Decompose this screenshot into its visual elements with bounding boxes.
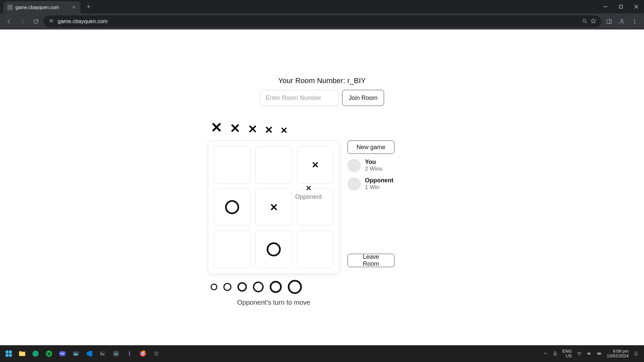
svg-point-34: [153, 351, 159, 357]
player-opponent: Opponent 1 Win: [347, 177, 394, 191]
vscode-icon[interactable]: [83, 348, 95, 360]
photos-icon[interactable]: [70, 348, 82, 360]
tab-favicon: [7, 5, 13, 10]
x-token-icon: ✕: [211, 119, 222, 136]
avatar: [347, 159, 361, 172]
board-cell-8[interactable]: [297, 231, 334, 268]
svg-rect-7: [607, 19, 611, 23]
board-cell-2[interactable]: ✕: [297, 146, 334, 184]
svg-rect-36: [554, 352, 556, 354]
room-number-label: Your Room Number: r_BIY: [208, 76, 436, 85]
player-name: You: [365, 159, 382, 166]
svg-point-33: [142, 353, 144, 355]
svg-rect-15: [6, 354, 8, 357]
svg-marker-38: [588, 352, 590, 355]
terminal-icon[interactable]: [97, 348, 109, 360]
svg-point-37: [579, 355, 580, 356]
svg-point-11: [634, 21, 635, 22]
new-game-button[interactable]: New game: [347, 140, 394, 154]
svg-text:Go: Go: [114, 353, 118, 356]
chrome-icon[interactable]: [137, 348, 149, 360]
svg-rect-16: [9, 354, 12, 357]
o-token-icon: [211, 284, 217, 290]
player-name: Opponent: [365, 177, 393, 184]
discord-icon[interactable]: [56, 348, 68, 360]
new-tab-button[interactable]: +: [84, 2, 93, 11]
x-token-icon: ✕: [280, 125, 288, 136]
forward-button[interactable]: [17, 16, 28, 27]
svg-rect-1: [620, 5, 623, 8]
windows-taskbar: Go ENG US 9:09 pm 13/02/2024: [0, 345, 644, 362]
wifi-icon[interactable]: [577, 351, 582, 356]
file-explorer-icon[interactable]: [16, 348, 28, 360]
x-token-icon: ✕: [248, 122, 257, 136]
volume-icon[interactable]: [587, 351, 592, 356]
microphone-icon[interactable]: [552, 351, 558, 356]
svg-point-23: [63, 353, 64, 354]
x-tokens-row: ✕ ✕ ✕ ✕ ✕: [208, 119, 436, 136]
browser-toolbar: game.cbayquen.com: [0, 13, 644, 29]
window-maximize-button[interactable]: [613, 0, 629, 13]
reload-button[interactable]: [30, 16, 42, 27]
app-icon[interactable]: Go: [110, 348, 122, 360]
join-room-button[interactable]: Join Room: [342, 90, 384, 106]
spotify-icon[interactable]: [43, 348, 55, 360]
svg-rect-14: [9, 351, 12, 353]
svg-rect-13: [6, 351, 8, 353]
board-cell-3[interactable]: [214, 188, 251, 226]
notifications-icon[interactable]: [633, 351, 639, 356]
kebab-menu-icon[interactable]: [629, 16, 641, 27]
battery-icon[interactable]: [597, 351, 602, 356]
player-wins: 1 Win: [365, 184, 393, 191]
leave-room-button[interactable]: Leave Room: [347, 254, 394, 267]
board-cell-6[interactable]: [214, 231, 251, 268]
profile-avatar-icon[interactable]: [616, 16, 628, 27]
svg-rect-21: [59, 351, 65, 356]
board-cell-4[interactable]: ✕: [255, 188, 292, 226]
obs-icon[interactable]: [150, 348, 162, 360]
window-close-button[interactable]: [629, 0, 644, 13]
player-wins: 2 Wins: [365, 166, 382, 172]
room-number-input[interactable]: [260, 90, 339, 106]
clock-date: 13/02/2024: [607, 354, 629, 358]
page-content: Your Room Number: r_BIY Join Room ✕ ✕ ✕ …: [0, 29, 644, 345]
side-panel-icon[interactable]: [603, 16, 615, 27]
zoom-icon[interactable]: [582, 18, 588, 25]
window-minimize-button[interactable]: [598, 0, 613, 13]
svg-marker-6: [591, 18, 596, 23]
x-token-icon: ✕: [230, 121, 240, 136]
language-indicator[interactable]: ENG US: [562, 349, 572, 359]
x-token-icon: ✕: [265, 124, 273, 136]
o-mark-icon: [225, 200, 239, 214]
svg-point-12: [634, 23, 635, 24]
clock[interactable]: 9:09 pm 13/02/2024: [607, 349, 629, 359]
back-button[interactable]: [3, 16, 15, 27]
bookmark-star-icon[interactable]: [590, 18, 596, 25]
svg-rect-27: [100, 351, 106, 356]
board-cell-5[interactable]: [297, 188, 334, 226]
svg-point-9: [621, 19, 623, 21]
x-mark-icon: ✕: [312, 160, 319, 170]
clock-time: 9:09 pm: [613, 349, 629, 354]
close-tab-icon[interactable]: ×: [71, 5, 76, 10]
svg-point-10: [634, 19, 635, 20]
avatar: [347, 177, 361, 191]
board-cell-0[interactable]: [214, 146, 251, 184]
board-cell-1[interactable]: [255, 146, 292, 184]
svg-rect-17: [19, 352, 25, 356]
address-bar[interactable]: game.cbayquen.com: [44, 15, 601, 27]
browser-tab[interactable]: game.cbayquen.com ×: [3, 1, 80, 13]
app-icon[interactable]: [123, 348, 136, 360]
x-mark-icon: ✕: [270, 201, 278, 213]
language-line1: ENG: [562, 349, 572, 354]
board-cell-7[interactable]: [255, 231, 292, 268]
url-text: game.cbayquen.com: [58, 18, 108, 24]
tray-chevron-up-icon[interactable]: [543, 351, 548, 357]
browser-titlebar: game.cbayquen.com × +: [0, 0, 644, 13]
site-info-icon[interactable]: [48, 18, 54, 25]
svg-line-5: [586, 22, 587, 23]
start-button[interactable]: [3, 348, 15, 360]
edge-icon[interactable]: [30, 348, 42, 360]
svg-point-22: [61, 353, 62, 354]
o-token-icon: [237, 282, 247, 292]
